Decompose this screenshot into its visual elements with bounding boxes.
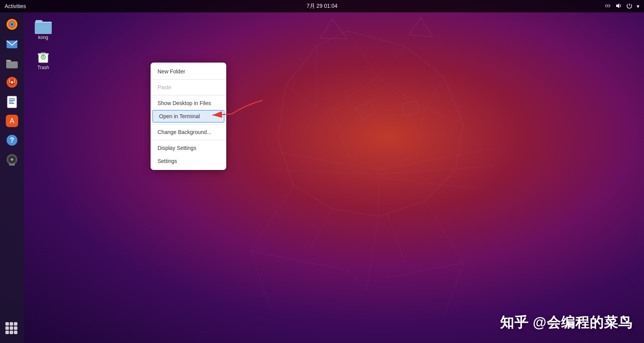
system-menu-icon[interactable]: ▾: [637, 3, 639, 9]
svg-point-64: [11, 158, 13, 161]
appstore-icon: A: [5, 114, 19, 128]
svg-line-34: [309, 209, 332, 251]
svg-line-2: [378, 46, 405, 77]
files-icon: [5, 56, 19, 70]
svg-line-10: [378, 155, 417, 170]
dock: A ? DVD: [0, 12, 24, 343]
svg-line-9: [347, 155, 378, 170]
volume-icon[interactable]: [615, 2, 622, 10]
svg-line-7: [425, 108, 463, 124]
svg-rect-54: [9, 98, 15, 99]
svg-marker-41: [616, 3, 619, 8]
menu-separator-2: [151, 95, 226, 95]
svg-line-18: [378, 178, 483, 189]
svg-point-36: [607, 5, 608, 6]
dock-item-files[interactable]: [3, 54, 21, 72]
help-icon: ?: [5, 133, 19, 147]
svg-rect-66: [35, 23, 52, 24]
trash-icon-label: Trash: [37, 65, 49, 70]
show-applications-button[interactable]: [3, 322, 21, 340]
folder-icon: [34, 18, 53, 35]
svg-rect-51: [9, 79, 10, 83]
svg-line-6: [332, 108, 347, 155]
svg-rect-39: [605, 4, 610, 5]
svg-rect-57: [9, 103, 14, 104]
svg-marker-15: [409, 17, 432, 37]
firefox-icon: [5, 17, 19, 31]
svg-point-50: [11, 81, 13, 83]
svg-point-45: [11, 23, 13, 25]
svg-point-38: [609, 5, 610, 6]
menu-item-paste: Paste: [151, 81, 226, 94]
watermark: 知乎 @会编程的菜鸟: [500, 313, 632, 332]
svg-line-23: [367, 216, 378, 290]
activities-button[interactable]: Activities: [5, 3, 26, 9]
dvd-icon: DVD: [5, 153, 19, 166]
menu-item-settings[interactable]: Settings: [151, 155, 226, 168]
svg-line-22: [425, 201, 463, 263]
desktop-icon-trash[interactable]: Trash: [28, 45, 59, 72]
menu-separator-1: [151, 79, 226, 80]
svg-marker-14: [320, 19, 347, 39]
menu-item-change-background[interactable]: Change Background...: [151, 126, 226, 139]
topbar: Activities 7月 29 01:04 ▾: [0, 0, 644, 12]
desktop-background: [0, 0, 644, 343]
svg-rect-52: [14, 79, 15, 83]
cat-decoration: [0, 0, 644, 343]
apps-grid-icon: [5, 322, 19, 335]
svg-line-8: [417, 108, 425, 155]
power-icon[interactable]: [626, 2, 633, 10]
svg-line-31: [251, 251, 347, 270]
svg-line-20: [274, 170, 378, 174]
menu-separator-4: [151, 140, 226, 140]
svg-text:?: ?: [10, 136, 14, 144]
writer-icon: [5, 95, 19, 109]
svg-line-28: [425, 170, 456, 201]
trash-icon: [34, 46, 53, 65]
svg-rect-55: [9, 100, 15, 101]
topbar-right-icons: ▾: [604, 2, 639, 10]
menu-item-new-folder[interactable]: New Folder: [151, 65, 226, 78]
dock-item-rhythmbox[interactable]: [3, 73, 21, 91]
svg-line-35: [386, 212, 405, 263]
svg-line-21: [251, 185, 293, 251]
svg-marker-0: [278, 31, 463, 216]
kong-icon-label: kong: [38, 35, 48, 40]
menu-item-display-settings[interactable]: Display Settings: [151, 141, 226, 155]
rhythmbox-icon: [5, 75, 19, 89]
desktop-icon-kong[interactable]: kong: [28, 16, 59, 42]
svg-line-5: [293, 108, 332, 139]
svg-line-33: [347, 270, 367, 290]
svg-line-27: [278, 139, 293, 185]
context-menu: New Folder Paste Show Desktop in Files O…: [151, 63, 226, 170]
svg-line-30: [444, 263, 463, 317]
datetime-display: 7月 29 01:04: [307, 3, 337, 10]
desktop-icons: kong Trash: [28, 16, 59, 75]
menu-item-open-terminal[interactable]: Open in Terminal: [152, 110, 225, 123]
dock-item-email[interactable]: [3, 35, 21, 53]
svg-line-26: [425, 77, 444, 108]
svg-marker-12: [355, 100, 375, 120]
svg-line-19: [270, 151, 378, 170]
svg-rect-47: [6, 61, 18, 68]
svg-marker-13: [402, 100, 419, 116]
svg-rect-40: [605, 7, 610, 7]
menu-separator-3: [151, 124, 226, 124]
svg-line-17: [378, 166, 494, 174]
email-icon: [5, 37, 19, 51]
dock-item-writer[interactable]: [3, 93, 21, 110]
svg-line-16: [378, 147, 502, 170]
dock-item-dvd[interactable]: DVD: [3, 151, 21, 168]
dock-item-firefox[interactable]: [3, 15, 21, 33]
svg-rect-70: [41, 53, 46, 54]
network-icon[interactable]: [604, 2, 611, 10]
svg-point-37: [605, 5, 607, 6]
svg-line-24: [286, 85, 317, 108]
svg-text:DVD: DVD: [9, 163, 15, 166]
svg-line-32: [386, 263, 463, 278]
svg-line-29: [251, 251, 270, 309]
dock-item-help[interactable]: ?: [3, 131, 21, 149]
dock-item-appstore[interactable]: A: [3, 112, 21, 130]
svg-rect-56: [9, 102, 14, 102]
menu-item-show-desktop[interactable]: Show Desktop in Files: [151, 97, 226, 110]
